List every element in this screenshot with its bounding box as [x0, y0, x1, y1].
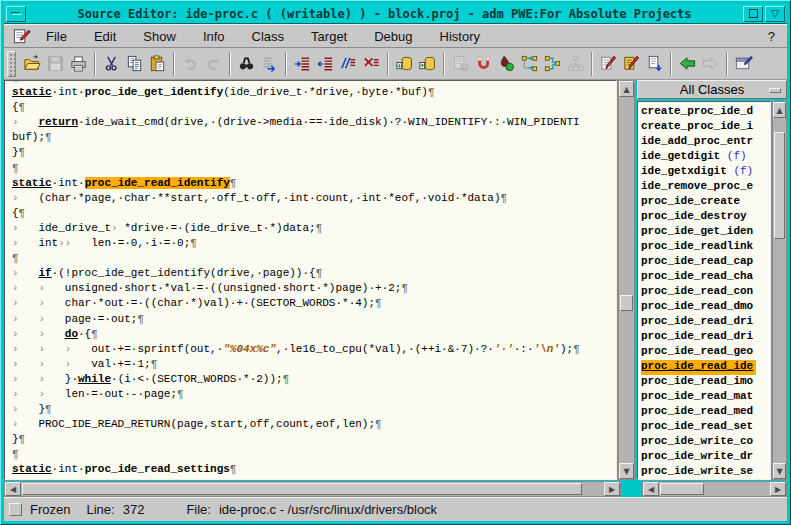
copy-button[interactable] — [123, 51, 146, 77]
window-shade-button[interactable]: ▽ — [765, 6, 785, 22]
list-item[interactable]: proc_ide_write_se — [641, 465, 770, 480]
classes-vscroll-thumb[interactable] — [774, 132, 785, 239]
parse-button[interactable] — [449, 51, 472, 77]
undo-button[interactable] — [179, 51, 202, 77]
print-button[interactable] — [67, 51, 90, 77]
list-item[interactable]: proc_ide_read_ide — [641, 360, 756, 375]
list-item[interactable]: proc_ide_read_con — [641, 285, 770, 300]
list-item[interactable]: create_proc_ide_i — [641, 120, 770, 135]
scroll-left-icon[interactable]: ◀ — [643, 482, 659, 496]
list-item[interactable]: proc_ide_read_geo — [641, 345, 770, 360]
list-item[interactable]: proc_ide_read_cap — [641, 255, 770, 270]
menu-info[interactable]: Info — [203, 29, 225, 44]
list-item[interactable]: ide_remove_proc_e — [641, 180, 770, 195]
classes-vscroll-track[interactable] — [773, 118, 786, 463]
uncomment-button[interactable] — [360, 51, 383, 77]
maximize-button[interactable] — [743, 6, 763, 22]
list-item[interactable]: proc_ide_create — [641, 195, 770, 210]
scroll-down-icon[interactable]: ▼ — [619, 463, 634, 479]
menu-edit[interactable]: Edit — [94, 29, 116, 44]
checkin-button[interactable] — [416, 51, 439, 77]
window-menu-button[interactable] — [6, 6, 26, 22]
code-line: › PROC_IDE_READ_RETURN(page,start,off,co… — [12, 417, 616, 432]
scroll-up-icon[interactable]: ▲ — [619, 81, 634, 97]
editor-vscroll-thumb[interactable] — [620, 295, 633, 311]
list-item[interactable]: proc_ide_write_dr — [641, 450, 770, 465]
list-item[interactable]: ide_getxdigit (f) — [641, 165, 770, 180]
editor-hscroll-thumb[interactable] — [22, 483, 582, 495]
chevron-down-icon: ▽ — [771, 8, 779, 19]
expand-tree-button[interactable] — [518, 51, 541, 77]
classes-vscrollbar[interactable]: ▲ ▼ — [772, 101, 787, 480]
help-menu[interactable]: ? — [768, 29, 779, 44]
code-line: ¶ — [12, 161, 616, 176]
redo-icon — [204, 54, 223, 73]
magnet-button[interactable] — [472, 51, 495, 77]
menu-target[interactable]: Target — [311, 29, 347, 44]
scroll-right-icon[interactable]: ▶ — [604, 482, 620, 496]
goto-line-button[interactable] — [258, 51, 281, 77]
outdent-button[interactable] — [314, 51, 337, 77]
editor-hscroll-track[interactable] — [21, 482, 604, 496]
save-button[interactable] — [44, 51, 67, 77]
indent-button[interactable] — [291, 51, 314, 77]
scroll-up-icon[interactable]: ▲ — [773, 102, 786, 118]
classes-hscrollbar[interactable]: ◀ ▶ — [642, 481, 787, 497]
editor-vscroll-track[interactable] — [619, 97, 634, 463]
list-item[interactable]: ide_getdigit (f) — [641, 150, 770, 165]
list-item[interactable]: proc_ide_read_imo — [641, 375, 770, 390]
code-line: › › do·{¶ — [12, 327, 616, 342]
menu-class[interactable]: Class — [252, 29, 285, 44]
toolbar-separator — [94, 52, 96, 76]
list-item[interactable]: proc_ide_destroy — [641, 210, 770, 225]
code-line: › if·(!proc_ide_get_identify(drive,·page… — [12, 266, 616, 281]
code-line: › › }·while·(i·<·(SECTOR_WORDS·*·2));¶ — [12, 372, 616, 387]
hierarchy-button[interactable] — [564, 51, 587, 77]
open-file-button[interactable] — [21, 51, 44, 77]
menu-debug[interactable]: Debug — [374, 29, 412, 44]
list-item[interactable]: proc_ide_get_iden — [641, 225, 770, 240]
back-button[interactable] — [676, 51, 699, 77]
scroll-down-icon[interactable]: ▼ — [773, 463, 786, 479]
comment-button[interactable] — [337, 51, 360, 77]
menu-history[interactable]: History — [440, 29, 480, 44]
freeze-toggle[interactable] — [9, 503, 22, 516]
export-doc-button[interactable] — [643, 51, 666, 77]
class-list[interactable]: create_proc_ide_dcreate_proc_ide_iide_ad… — [637, 101, 771, 480]
scroll-right-icon[interactable]: ▶ — [770, 482, 786, 496]
list-item[interactable]: proc_ide_write_co — [641, 435, 770, 450]
code-editor[interactable]: ¶static·int·proc_ide_get_identify(ide_dr… — [4, 80, 617, 480]
checkout-button[interactable] — [393, 51, 416, 77]
list-item[interactable]: proc_ide_read_cha — [641, 270, 770, 285]
editor-vscrollbar[interactable]: ▲ ▼ — [618, 80, 635, 480]
editor-hscrollbar[interactable]: ◀ ▶ — [4, 481, 621, 497]
class-scope-select[interactable]: All Classes — [637, 80, 787, 99]
classes-hscroll-track[interactable] — [659, 482, 770, 496]
code-line: › › char·*out·=·((char·*)val)·+·(SECTOR_… — [12, 296, 616, 311]
paste-button[interactable] — [146, 51, 169, 77]
list-item[interactable]: proc_ide_read_set — [641, 420, 770, 435]
sniff-button[interactable] — [495, 51, 518, 77]
sign-button[interactable] — [597, 51, 620, 77]
list-item[interactable]: proc_ide_read_dri — [641, 330, 770, 345]
classes-hscroll-thumb[interactable] — [660, 483, 704, 495]
menu-file[interactable]: File — [46, 29, 67, 44]
list-item[interactable]: ide_add_proc_entr — [641, 135, 770, 150]
menu-show[interactable]: Show — [143, 29, 176, 44]
forward-button[interactable] — [699, 51, 722, 77]
merge-tree-button[interactable] — [541, 51, 564, 77]
scroll-left-icon[interactable]: ◀ — [5, 482, 21, 496]
list-item[interactable]: proc_ide_read_dri — [641, 315, 770, 330]
list-item[interactable]: create_proc_ide_d — [641, 105, 770, 120]
redo-button[interactable] — [202, 51, 225, 77]
list-item[interactable]: proc_ide_read_dmo — [641, 300, 770, 315]
toolbar-grip[interactable] — [7, 51, 16, 77]
list-item[interactable]: proc_ide_read_med — [641, 405, 770, 420]
find-button[interactable] — [235, 51, 258, 77]
list-item[interactable]: proc_ide_read_mat — [641, 390, 770, 405]
sign-edit-button[interactable] — [620, 51, 643, 77]
statusbar: Frozen Line: 372 File: ide-proc.c - /usr… — [4, 497, 787, 521]
list-item[interactable]: proc_ide_readlink — [641, 240, 770, 255]
cut-button[interactable] — [100, 51, 123, 77]
properties-button[interactable] — [732, 51, 755, 77]
